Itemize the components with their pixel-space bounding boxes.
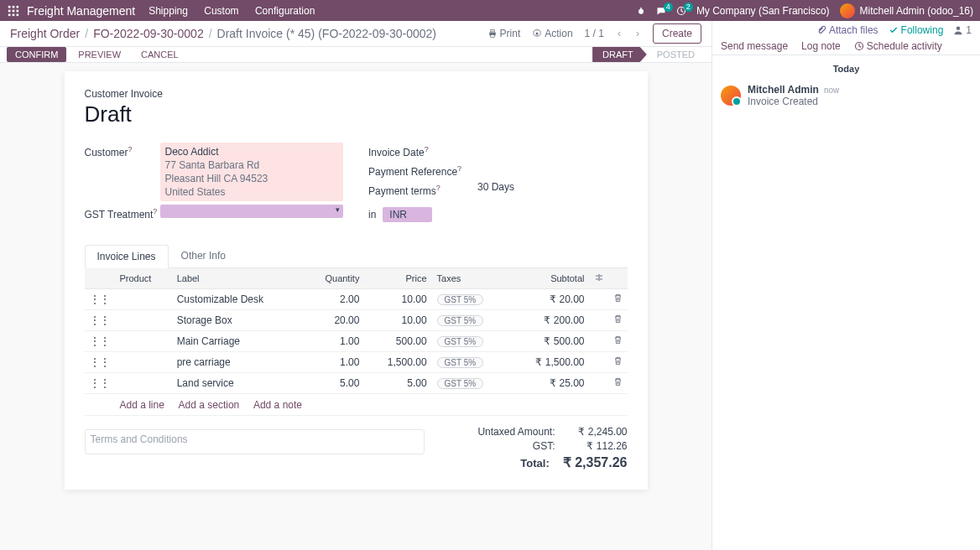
schedule-activity-tab[interactable]: Schedule activity (854, 40, 942, 52)
check-icon (889, 25, 899, 35)
nav-configuration[interactable]: Configuration (255, 5, 315, 17)
payment-terms-field[interactable]: 30 Days (477, 181, 628, 197)
col-product[interactable]: Product (115, 268, 172, 289)
followers-count[interactable]: 1 (953, 24, 972, 36)
print-button[interactable]: Print (487, 28, 521, 39)
cell-qty[interactable]: 1.00 (304, 352, 364, 373)
following-button[interactable]: Following (889, 24, 944, 36)
cell-price[interactable]: 500.00 (364, 331, 431, 352)
cell-subtotal[interactable]: ₹ 200.00 (509, 310, 590, 331)
svg-rect-2 (17, 5, 19, 8)
col-optional-toggle[interactable] (590, 268, 608, 289)
table-row[interactable]: ⋮⋮Main Carriage1.00500.00GST 5%₹ 500.00 (85, 331, 628, 352)
cell-label[interactable]: Main Carriage (172, 331, 304, 352)
drag-handle[interactable]: ⋮⋮ (85, 310, 115, 331)
tab-invoice-lines[interactable]: Invoice Lines (85, 245, 169, 268)
log-note-tab[interactable]: Log note (801, 40, 841, 52)
table-row[interactable]: ⋮⋮pre carriage1.001,500.00GST 5%₹ 1,500.… (85, 352, 628, 373)
cell-subtotal[interactable]: ₹ 20.00 (509, 289, 590, 310)
add-section[interactable]: Add a section (179, 399, 240, 411)
drag-handle[interactable]: ⋮⋮ (85, 373, 115, 394)
cell-taxes[interactable]: GST 5% (432, 373, 509, 394)
cell-qty[interactable]: 1.00 (304, 331, 364, 352)
confirm-button[interactable]: CONFIRM (7, 47, 66, 62)
cell-product[interactable] (115, 331, 172, 352)
col-price[interactable]: Price (364, 268, 431, 289)
pager-prev[interactable]: ‹ (616, 28, 623, 39)
customer-field[interactable]: Deco Addict 77 Santa Barbara Rd Pleasant… (160, 143, 344, 201)
col-subtotal[interactable]: Subtotal (509, 268, 590, 289)
cell-qty[interactable]: 2.00 (304, 289, 364, 310)
cell-taxes[interactable]: GST 5% (432, 289, 509, 310)
status-posted[interactable]: POSTED (647, 47, 705, 62)
delete-row-icon[interactable] (608, 310, 628, 331)
create-button[interactable]: Create (653, 23, 701, 44)
cell-label[interactable]: pre carriage (172, 352, 304, 373)
tab-other-info[interactable]: Other Info (169, 244, 238, 267)
action-button[interactable]: Action (532, 28, 572, 39)
preview-button[interactable]: PREVIEW (70, 47, 129, 62)
notebook-tabs: Invoice Lines Other Info (85, 244, 628, 268)
cell-product[interactable] (115, 352, 172, 373)
delete-row-icon[interactable] (608, 373, 628, 394)
nav-shipping[interactable]: Shipping (149, 5, 188, 17)
svg-rect-8 (17, 13, 19, 16)
col-label[interactable]: Label (172, 268, 304, 289)
table-row[interactable]: ⋮⋮Land service5.005.00GST 5%₹ 25.00 (85, 373, 628, 394)
breadcrumb-parent[interactable]: FO-2022-09-30-0002 (93, 27, 204, 40)
add-line[interactable]: Add a line (120, 399, 164, 411)
cell-price[interactable]: 1,500.00 (364, 352, 431, 373)
drag-handle[interactable]: ⋮⋮ (85, 331, 115, 352)
breadcrumb-root[interactable]: Freight Order (10, 27, 80, 40)
cell-taxes[interactable]: GST 5% (432, 310, 509, 331)
debug-icon[interactable] (636, 6, 646, 16)
pager-next[interactable]: › (634, 28, 641, 39)
cell-product[interactable] (115, 373, 172, 394)
cell-taxes[interactable]: GST 5% (432, 352, 509, 373)
currency-field[interactable]: INR (383, 207, 432, 222)
cell-qty[interactable]: 5.00 (304, 373, 364, 394)
chat-message: Mitchell Admin now Invoice Created (712, 82, 980, 109)
cell-label[interactable]: Storage Box (172, 310, 304, 331)
delete-row-icon[interactable] (608, 331, 628, 352)
delete-row-icon[interactable] (608, 352, 628, 373)
terms-input[interactable]: Terms and Conditions (85, 429, 425, 454)
cell-taxes[interactable]: GST 5% (432, 331, 509, 352)
form-scroll[interactable]: Customer Invoice Draft Customer? Deco Ad… (0, 63, 712, 550)
cell-label[interactable]: Customizable Desk (172, 289, 304, 310)
table-row[interactable]: ⋮⋮Customizable Desk2.0010.00GST 5%₹ 20.0… (85, 289, 628, 310)
cell-label[interactable]: Land service (172, 373, 304, 394)
brand[interactable]: Freight Management (27, 4, 135, 18)
drag-handle[interactable]: ⋮⋮ (85, 352, 115, 373)
cell-subtotal[interactable]: ₹ 500.00 (509, 331, 590, 352)
col-taxes[interactable]: Taxes (432, 268, 509, 289)
cell-qty[interactable]: 20.00 (304, 310, 364, 331)
drag-handle[interactable]: ⋮⋮ (85, 289, 115, 310)
cell-product[interactable] (115, 310, 172, 331)
payment-ref-field[interactable] (477, 162, 628, 178)
status-bar: CONFIRM PREVIEW CANCEL DRAFT POSTED (0, 46, 712, 63)
table-row[interactable]: ⋮⋮Storage Box20.0010.00GST 5%₹ 200.00 (85, 310, 628, 331)
payment-terms-label: Payment terms? (368, 181, 477, 197)
invoice-date-field[interactable] (477, 143, 628, 158)
cell-subtotal[interactable]: ₹ 25.00 (509, 373, 590, 394)
cell-product[interactable] (115, 289, 172, 310)
cancel-button[interactable]: CANCEL (133, 47, 187, 62)
company-switcher[interactable]: My Company (San Francisco) (696, 5, 830, 17)
cell-price[interactable]: 5.00 (364, 373, 431, 394)
attach-files[interactable]: Attach files (816, 24, 878, 36)
col-qty[interactable]: Quantity (304, 268, 364, 289)
cell-subtotal[interactable]: ₹ 1,500.00 (509, 352, 590, 373)
send-message-tab[interactable]: Send message (721, 40, 788, 52)
status-draft[interactable]: DRAFT (592, 47, 647, 62)
user-menu[interactable]: Mitchell Admin (odoo_16) (840, 3, 973, 18)
cell-price[interactable]: 10.00 (364, 310, 431, 331)
delete-row-icon[interactable] (608, 289, 628, 310)
add-note[interactable]: Add a note (253, 399, 302, 411)
messages-icon[interactable]: 4 (656, 6, 666, 16)
nav-custom[interactable]: Custom (204, 5, 238, 17)
apps-icon[interactable] (7, 4, 20, 18)
cell-price[interactable]: 10.00 (364, 289, 431, 310)
gst-treatment-select[interactable] (160, 205, 344, 218)
activities-icon[interactable]: 2 (676, 6, 686, 16)
